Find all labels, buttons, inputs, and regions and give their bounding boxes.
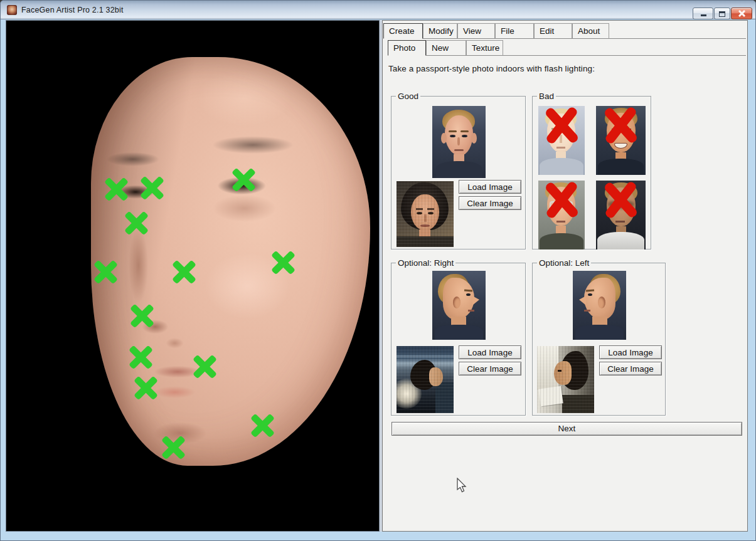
tab-modify[interactable]: Modify (423, 23, 457, 39)
ear-shape (453, 297, 461, 308)
loaded-photo-right-profile (397, 346, 454, 413)
face-shape (429, 367, 443, 386)
torso-shape (436, 161, 482, 178)
left-load-image-button[interactable]: Load Image (599, 345, 662, 359)
landmark-marker-icon (232, 168, 255, 192)
ear-shape (441, 133, 447, 144)
minimize-icon (701, 14, 706, 16)
mouth-shape (454, 149, 464, 151)
landmark-marker-icon (130, 304, 154, 328)
minimize-button[interactable] (693, 8, 713, 19)
tab-about[interactable]: About (572, 23, 609, 39)
torso-shape (575, 325, 624, 340)
group-good-label: Good (396, 92, 420, 101)
group-bad-label: Bad (537, 92, 556, 101)
tab-create[interactable]: Create (383, 23, 423, 39)
landmark-marker-icon (140, 176, 164, 200)
eye-shape (462, 135, 467, 137)
maximize-button[interactable] (714, 8, 730, 19)
brow-shape (461, 130, 469, 132)
mouth-shape (615, 221, 625, 223)
background-shape (537, 346, 558, 390)
nose-shape (472, 296, 479, 305)
tab-new[interactable]: New (426, 40, 466, 56)
group-optional-right: Optional: Right Load Image Clear Image (391, 263, 526, 416)
torso-shape (435, 325, 483, 340)
mouth-shape (556, 147, 565, 149)
instruction-text: Take a passport-style photo indoors with… (388, 64, 595, 73)
landmark-marker-icon (129, 345, 152, 369)
right-clear-image-button[interactable]: Clear Image (459, 362, 521, 376)
example-photo-right-profile (432, 271, 486, 340)
landmark-marker-icon (193, 355, 216, 379)
torso-shape (540, 158, 583, 175)
bad-photo-overexposed (538, 106, 585, 175)
group-good: Good Load Image Clear Image (391, 96, 526, 249)
eye-shape (466, 293, 471, 296)
main-tab-bar: Create Modify View File Edit About (383, 23, 746, 39)
background-shape (397, 355, 454, 358)
control-panel: Create Modify View File Edit About Photo… (382, 20, 748, 532)
tab-edit[interactable]: Edit (534, 23, 572, 39)
tab-view[interactable]: View (457, 23, 495, 39)
hair-shape (401, 182, 449, 230)
landmark-marker-icon (134, 376, 157, 400)
example-photo-left-profile (573, 271, 626, 340)
nose-shape (457, 137, 460, 145)
paper-shape (538, 386, 563, 407)
bad-photo-underlit (596, 181, 646, 249)
app-icon (7, 5, 17, 15)
bad-photo-smiling (596, 106, 646, 175)
good-load-image-button[interactable]: Load Image (459, 180, 521, 194)
red-x-icon (543, 107, 580, 144)
eye-shape (588, 293, 592, 296)
face-model (91, 57, 370, 466)
close-button[interactable] (731, 8, 752, 19)
landmark-marker-icon (93, 260, 117, 284)
sub-tab-bar: Photo New Texture (388, 39, 746, 56)
group-bad: Bad (532, 96, 651, 249)
right-load-image-button[interactable]: Load Image (459, 345, 521, 359)
maximize-icon (719, 11, 725, 17)
torso-shape (562, 395, 594, 413)
next-button[interactable]: Next (391, 422, 742, 436)
landmark-marker-icon (124, 211, 148, 235)
app-window: FaceGen Artist Pro 2.1 32bit Create Modi… (0, 0, 756, 541)
client-area: Create Modify View File Edit About Photo… (6, 20, 748, 532)
3d-face-viewport[interactable] (6, 20, 380, 532)
loaded-photo-front (397, 181, 454, 247)
mouth-shape (420, 224, 430, 227)
window-title: FaceGen Artist Pro 2.1 32bit (21, 1, 124, 19)
torso-shape (598, 159, 644, 175)
title-bar[interactable]: FaceGen Artist Pro 2.1 32bit (1, 1, 755, 19)
nose-shape (579, 296, 586, 305)
tab-photo[interactable]: Photo (388, 40, 426, 56)
close-icon (737, 9, 747, 19)
group-optional-right-label: Optional: Right (396, 258, 455, 268)
landmark-marker-icon (250, 414, 274, 438)
bad-photo-glasses (538, 181, 585, 249)
hair-shape (561, 351, 588, 390)
tab-texture[interactable]: Texture (466, 40, 503, 56)
mouth-shape (468, 310, 474, 312)
mouse-cursor (457, 478, 467, 494)
good-clear-image-button[interactable]: Clear Image (459, 196, 521, 210)
eye-shape (417, 212, 422, 214)
face-shape (554, 361, 572, 385)
group-optional-left-label: Optional: Left (537, 258, 591, 268)
left-clear-image-button[interactable]: Clear Image (599, 362, 662, 376)
landmark-marker-icon (104, 177, 128, 201)
red-x-icon (603, 107, 639, 144)
ear-shape (471, 133, 477, 144)
red-x-icon (543, 181, 580, 219)
nose-shape (424, 214, 427, 222)
ear-shape (598, 297, 605, 308)
eye-shape (450, 135, 455, 137)
flash-glare-shape (397, 379, 422, 409)
mouth-shape (584, 310, 590, 312)
brow-shape (416, 208, 423, 210)
hair-shape (410, 360, 437, 390)
tab-file[interactable]: File (495, 23, 534, 39)
landmark-marker-icon (161, 436, 185, 460)
neck-shape (419, 229, 430, 238)
